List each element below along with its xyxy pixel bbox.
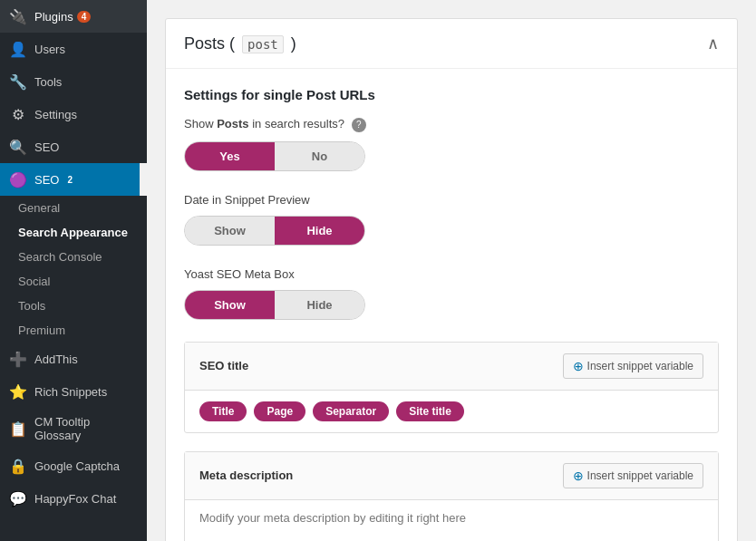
date-hide-button[interactable]: Hide [275, 217, 364, 245]
meta-box-toggle: Show Hide [184, 290, 365, 320]
sidebar-item-seo-top[interactable]: 🔍 SEO [0, 130, 147, 163]
panel-title-paren-close: ) [291, 34, 296, 53]
seo-badge: 2 [63, 174, 77, 186]
sidebar-item-happyfox[interactable]: 💬 HappyFox Chat [0, 482, 147, 515]
panel-title: Posts ( post ) [184, 34, 296, 53]
seo-top-icon: 🔍 [9, 138, 27, 156]
sidebar-item-label: Plugins [34, 10, 73, 24]
submenu-item-search-appearance[interactable]: Search Appearance [0, 220, 147, 245]
toggle-no-button[interactable]: No [275, 142, 364, 170]
meta-hide-button[interactable]: Hide [275, 291, 364, 319]
show-posts-bold: Posts [217, 117, 248, 130]
sidebar-item-google-captcha[interactable]: 🔒 Google Captcha [0, 449, 147, 482]
show-posts-field: Show Posts in search results? ? Yes No [184, 117, 719, 171]
sidebar-item-label: HappyFox Chat [34, 492, 116, 506]
sidebar-item-users[interactable]: 👤 Users [0, 33, 147, 65]
plugins-badge: 4 [77, 11, 92, 23]
sidebar: 🔌 Plugins 4 👤 Users 🔧 Tools ⚙ Settings 🔍… [0, 0, 147, 541]
cm-tooltip-icon: 📋 [9, 420, 27, 438]
settings-icon: ⚙ [9, 105, 27, 123]
seo-title-header: SEO title ⊕ Insert snippet variable [185, 343, 718, 391]
seo-tag-page[interactable]: Page [254, 401, 305, 421]
panel-title-paren-open: ( [229, 34, 239, 53]
sidebar-item-cm-tooltip[interactable]: 📋 CM Tooltip Glossary [0, 408, 147, 449]
panel-title-code: post [242, 35, 284, 53]
happyfox-icon: 💬 [9, 489, 27, 507]
sidebar-arrow [140, 163, 147, 196]
addthis-icon: ➕ [9, 350, 27, 368]
meta-desc-header: Meta description ⊕ Insert snippet variab… [185, 452, 718, 500]
plus-icon: ⊕ [573, 359, 584, 373]
meta-desc-insert-label: Insert snippet variable [587, 469, 693, 482]
date-snippet-field: Date in Snippet Preview Show Hide [184, 193, 719, 246]
sidebar-item-rich-snippets[interactable]: ⭐ Rich Snippets [0, 375, 147, 408]
sidebar-item-label: SEO [34, 173, 59, 187]
main-content: Posts ( post ) ∧ Settings for single Pos… [147, 0, 756, 541]
date-show-button[interactable]: Show [185, 217, 275, 245]
seo-tag-separator[interactable]: Separator [313, 401, 389, 421]
seo-tag-title[interactable]: Title [199, 401, 247, 421]
submenu-item-social[interactable]: Social [0, 269, 147, 294]
collapse-button[interactable]: ∧ [707, 34, 719, 53]
seo-title-insert-label: Insert snippet variable [587, 360, 693, 372]
meta-desc-label: Meta description [199, 469, 293, 482]
users-icon: 👤 [9, 40, 27, 58]
panel-body: Settings for single Post URLs Show Posts… [166, 69, 737, 541]
submenu-item-premium[interactable]: Premium [0, 318, 147, 343]
tools-icon: 🔧 [9, 72, 27, 91]
sidebar-item-label: AddThis [34, 353, 78, 366]
meta-box-field: Yoast SEO Meta Box Show Hide [184, 267, 719, 320]
date-snippet-label: Date in Snippet Preview [184, 193, 719, 207]
sidebar-item-label: Users [34, 43, 65, 56]
meta-desc-insert-snippet-button[interactable]: ⊕ Insert snippet variable [563, 463, 703, 488]
seo-active-icon: 🟣 [9, 170, 27, 188]
seo-title-tags: Title Page Separator Site title [185, 391, 718, 432]
sidebar-item-plugins[interactable]: 🔌 Plugins 4 [0, 0, 147, 33]
sidebar-item-label: CM Tooltip Glossary [34, 415, 138, 442]
rich-snippets-icon: ⭐ [9, 382, 27, 401]
meta-description-section: Meta description ⊕ Insert snippet variab… [184, 451, 719, 542]
submenu-item-search-console[interactable]: Search Console [0, 245, 147, 269]
show-posts-toggle: Yes No [184, 141, 365, 171]
sidebar-item-label: Rich Snippets [34, 385, 107, 399]
submenu-item-general[interactable]: General [0, 196, 147, 220]
content-panel: Posts ( post ) ∧ Settings for single Pos… [165, 18, 738, 541]
seo-title-section: SEO title ⊕ Insert snippet variable Titl… [184, 342, 719, 433]
seo-title-insert-snippet-button[interactable]: ⊕ Insert snippet variable [563, 353, 703, 379]
meta-description-textarea[interactable] [185, 500, 718, 542]
help-icon[interactable]: ? [352, 118, 366, 132]
sidebar-item-label: Settings [34, 108, 77, 121]
sidebar-item-label: Google Captcha [34, 459, 120, 473]
meta-plus-icon: ⊕ [573, 469, 584, 483]
show-posts-label: Show Posts in search results? ? [184, 117, 719, 132]
google-captcha-icon: 🔒 [9, 457, 27, 475]
plugins-icon: 🔌 [9, 7, 27, 25]
section-title: Settings for single Post URLs [184, 87, 719, 102]
toggle-yes-button[interactable]: Yes [185, 142, 275, 170]
date-snippet-toggle: Show Hide [184, 216, 365, 246]
sidebar-item-seo-active[interactable]: 🟣 SEO 2 [0, 163, 147, 196]
sidebar-item-tools[interactable]: 🔧 Tools [0, 65, 147, 98]
sidebar-item-label: Tools [34, 75, 62, 89]
meta-show-button[interactable]: Show [185, 291, 275, 319]
seo-title-label: SEO title [199, 359, 248, 372]
seo-tag-site-title[interactable]: Site title [396, 401, 464, 421]
submenu-item-tools[interactable]: Tools [0, 294, 147, 318]
panel-header: Posts ( post ) ∧ [166, 19, 737, 69]
meta-box-label: Yoast SEO Meta Box [184, 267, 719, 281]
sidebar-item-addthis[interactable]: ➕ AddThis [0, 343, 147, 375]
sidebar-item-settings[interactable]: ⚙ Settings [0, 98, 147, 130]
panel-title-prefix: Posts [184, 34, 225, 53]
sidebar-item-label: SEO [34, 140, 59, 154]
